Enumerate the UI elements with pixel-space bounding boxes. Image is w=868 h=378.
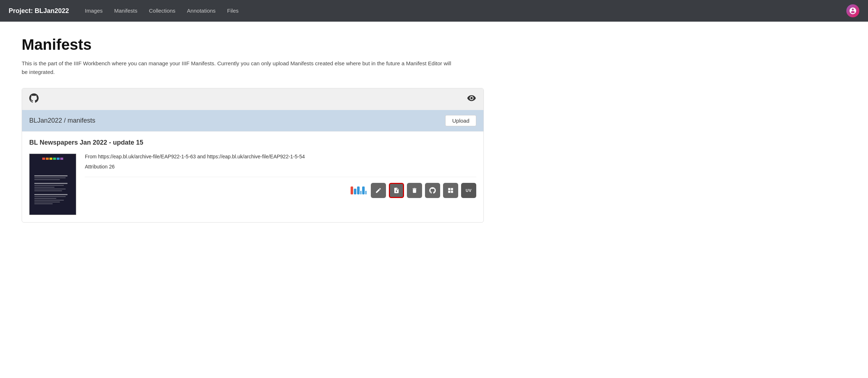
github-action-button[interactable] — [425, 183, 440, 198]
navbar: Project: BLJan2022 Images Manifests Coll… — [0, 0, 868, 22]
main-content: Manifests This is the part of the IIIF W… — [0, 22, 505, 237]
avatar[interactable] — [846, 4, 859, 17]
nav-link-manifests[interactable]: Manifests — [110, 5, 142, 16]
nav-item-files[interactable]: Files — [223, 8, 243, 14]
newspaper-lines — [34, 174, 71, 205]
github-action-icon — [429, 187, 436, 194]
nav-link-images[interactable]: Images — [81, 5, 107, 16]
edit-icon — [375, 187, 382, 194]
github-icon — [29, 93, 39, 105]
delete-icon — [411, 187, 418, 194]
layout-icon — [447, 187, 454, 194]
panel-header — [22, 88, 483, 110]
manifest-attribution: Attribution 26 — [85, 164, 476, 177]
uv-label: UV — [466, 188, 472, 193]
upload-file-button[interactable] — [389, 183, 404, 198]
nav-item-images[interactable]: Images — [81, 8, 107, 14]
uv-button[interactable]: UV — [461, 183, 476, 198]
manifest-item: BL Newspapers Jan 2022 - update 15 — [22, 131, 483, 222]
upload-button[interactable]: Upload — [445, 115, 476, 126]
nav-menu: Images Manifests Collections Annotations… — [81, 8, 835, 14]
manifest-details: From https://eap.bl.uk/archive-file/EAP9… — [85, 154, 476, 198]
nav-link-annotations[interactable]: Annotations — [183, 5, 220, 16]
nav-link-files[interactable]: Files — [223, 5, 243, 16]
manifest-body: From https://eap.bl.uk/archive-file/EAP9… — [29, 154, 476, 215]
nav-item-collections[interactable]: Collections — [144, 8, 179, 14]
user-icon — [849, 7, 857, 15]
manifests-panel: BLJan2022 / manifests Upload BL Newspape… — [22, 88, 484, 223]
manifest-from-text: From https://eap.bl.uk/archive-file/EAP9… — [85, 154, 476, 159]
upload-file-icon — [393, 187, 400, 194]
color-bar — [42, 158, 63, 160]
edit-button[interactable] — [371, 183, 386, 198]
manifest-actions: UV — [85, 183, 476, 198]
layout-button[interactable] — [443, 183, 458, 198]
eye-icon[interactable] — [467, 93, 476, 105]
iiif-logo-button[interactable] — [351, 186, 366, 194]
repo-row: BLJan2022 / manifests Upload — [22, 110, 483, 131]
delete-button[interactable] — [407, 183, 422, 198]
page-title: Manifests — [22, 36, 484, 53]
navbar-brand: Project: BLJan2022 — [9, 7, 69, 15]
newspaper-preview — [30, 154, 76, 215]
manifest-thumbnail — [29, 154, 76, 215]
repo-label: BLJan2022 / manifests — [29, 117, 95, 124]
nav-item-annotations[interactable]: Annotations — [183, 8, 220, 14]
page-description: This is the part of the IIIF Workbench w… — [22, 59, 455, 76]
manifest-title: BL Newspapers Jan 2022 - update 15 — [29, 139, 476, 146]
nav-link-collections[interactable]: Collections — [144, 5, 179, 16]
nav-item-manifests[interactable]: Manifests — [110, 8, 142, 14]
